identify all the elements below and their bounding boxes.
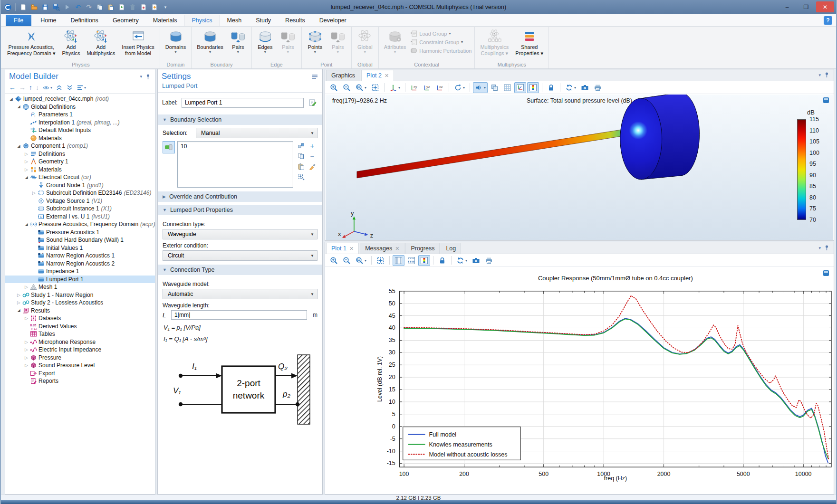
paste-icon[interactable] (106, 2, 115, 12)
tree-item-default-model-inputs[interactable]: Default Model Inputs (5, 126, 155, 134)
back-button[interactable]: ← (9, 84, 16, 91)
tree-item-materials[interactable]: Materials (5, 134, 155, 143)
ribbon-add-physics[interactable]: AddPhysics (59, 28, 84, 57)
collapsed-icon[interactable]: ▷ (23, 167, 29, 172)
node-text-button[interactable]: ▾ (77, 84, 86, 91)
menu-tab-geometry[interactable]: Geometry (106, 15, 146, 26)
menu-tab-developer[interactable]: Developer (312, 15, 354, 26)
ribbon-load-group[interactable]: Load Group▾ (410, 30, 471, 37)
collapsed-icon[interactable]: ▷ (23, 152, 29, 156)
tree-item-tables[interactable]: Tables (5, 330, 155, 338)
tree-item-datasets[interactable]: ▷Datasets (5, 314, 155, 323)
tree-item-subcircuit-definition-ed23146[interactable]: ▷Subcircuit Definition ED23146(ED23146) (5, 189, 155, 197)
pin-icon[interactable] (824, 245, 830, 251)
tree-item-study-1-narrow-region[interactable]: ▷Study 1 - Narrow Region (5, 291, 155, 299)
tree-item-external-i-vs-u-1[interactable]: UExternal I vs. U 1(IvsU1) (5, 213, 155, 221)
reset-node-icon[interactable] (139, 2, 148, 12)
tree-item-ground-node-1[interactable]: Ground Node 1(gnd1) (5, 181, 155, 190)
ribbon-insert-physics-from-model[interactable]: Insert Physicsfrom Model (118, 28, 157, 57)
menu-tab-mesh[interactable]: Mesh (220, 15, 249, 26)
waveguide-model-combo[interactable]: Automatic▼ (163, 289, 317, 299)
collapsed-icon[interactable]: ▷ (16, 293, 22, 297)
pin-icon[interactable] (145, 74, 151, 80)
tree-item-definitions[interactable]: ▷Definitions (5, 150, 155, 158)
lock-button[interactable] (436, 255, 448, 266)
tree-item-impedance-1[interactable]: Impedance 1 (5, 267, 155, 276)
tree-item-parameters-1[interactable]: PiParameters 1 (5, 111, 155, 119)
zoom-extents-button[interactable] (375, 255, 386, 266)
lock-button[interactable] (545, 82, 557, 93)
show-legend-button[interactable] (527, 82, 539, 93)
ribbon-attributes[interactable]: Attributes▾ (381, 28, 409, 55)
collapsed-icon[interactable]: ▷ (23, 363, 29, 368)
x-log-scale-button[interactable] (393, 255, 404, 266)
menu-tab-study[interactable]: Study (249, 15, 278, 26)
tree-item-export[interactable]: Export (5, 370, 155, 378)
close-icon[interactable]: ✕ (349, 246, 354, 252)
view-yz-button[interactable]: yz (421, 82, 433, 93)
zoom-in-button[interactable] (328, 255, 340, 266)
ribbon-pairs[interactable]: Pairs▾ (227, 28, 250, 55)
tree-item-sound-hard-boundary-wall-1[interactable]: Sound Hard Boundary (Wall) 1 (5, 236, 155, 244)
up-button[interactable]: ↑ (29, 84, 32, 91)
tree-item-lumped-receiver-04cc-mph[interactable]: ◢lumped_receiver_04cc.mph(root) (5, 95, 155, 103)
section-connection-type[interactable]: ▼ Connection Type (158, 265, 322, 275)
tree-item-voltage-source-1[interactable]: Voltage Source 1(V1) (5, 197, 155, 205)
menu-tab-materials[interactable]: Materials (146, 15, 184, 26)
ribbon-pressure-acoustics-frequency-domain[interactable]: Pressure Acoustics,Frequency Domain ▾ (4, 28, 59, 57)
tree-item-results[interactable]: ◢Results (5, 307, 155, 315)
forward-button[interactable]: → (19, 84, 26, 91)
menu-tab-definitions[interactable]: Definitions (64, 15, 106, 26)
ribbon-multiphysics-couplings[interactable]: MultiphysicsCouplings ▾ (477, 28, 512, 57)
tree-item-electrical-circuit[interactable]: ◢Electrical Circuit(cir) (5, 173, 155, 181)
overflow-icon[interactable]: ▾ (161, 2, 170, 12)
paste-button[interactable] (297, 162, 305, 171)
show-axes-button[interactable] (514, 82, 526, 93)
expanded-icon[interactable]: ◢ (23, 222, 29, 227)
expanded-icon[interactable]: ◢ (16, 105, 22, 109)
ribbon-boundaries[interactable]: Boundaries▾ (193, 28, 227, 55)
default-view-button[interactable]: ▾ (387, 82, 402, 93)
delete-icon[interactable] (128, 2, 137, 12)
tree-item-microphone-response[interactable]: ▷Microphone Response (5, 338, 155, 346)
ribbon-harmonic-perturbation[interactable]: Harmonic Perturbation (410, 47, 471, 54)
tree-item-component-1[interactable]: ◢Component 1(comp1) (5, 142, 155, 150)
tree-item-derived-values[interactable]: 8.85e-12Derived Values (5, 323, 155, 331)
ribbon-shared-properties[interactable]: SharedProperties ▾ (512, 28, 547, 57)
tree-item-mesh-1[interactable]: ▷Mesh 1 (5, 283, 155, 291)
tab-progress[interactable]: Progress (405, 243, 440, 254)
tree-item-narrow-region-acoustics-1[interactable]: *Narrow Region Acoustics 1 (5, 252, 155, 260)
maximize-button[interactable]: ❐ (797, 1, 815, 12)
update-button[interactable]: ▾ (454, 255, 469, 266)
tree-item-sound-pressure-level[interactable]: ▷Sound Pressure Level (5, 361, 155, 370)
rotate-button[interactable]: ▾ (452, 82, 467, 93)
close-button[interactable]: ✕ (816, 1, 834, 12)
collapsed-icon[interactable]: ▷ (23, 159, 29, 164)
update-button[interactable]: ▾ (563, 82, 578, 93)
print-button[interactable] (483, 255, 495, 266)
tree-item-electric-input-impedance[interactable]: ▷Electric Input Impedance (5, 346, 155, 354)
menu-tab-physics[interactable]: Physics (184, 15, 220, 26)
redo-icon[interactable]: ↷ (84, 2, 94, 12)
down-button[interactable]: ↓ (36, 84, 39, 91)
print-button[interactable] (592, 82, 604, 93)
tree-item-reports[interactable]: Reports (5, 377, 155, 385)
collapsed-icon[interactable]: ▷ (23, 316, 29, 321)
exterior-condition-combo[interactable]: Circuit▼ (163, 250, 317, 261)
tree-item-initial-values-1[interactable]: Initial Values 1 (5, 244, 155, 252)
collapsed-icon[interactable]: ▷ (23, 340, 29, 344)
tree-item-pressure[interactable]: ▷Pressure (5, 354, 155, 362)
selection-link-button[interactable] (297, 141, 305, 150)
collapsed-icon[interactable]: ▷ (23, 355, 29, 360)
expanded-icon[interactable]: ◢ (8, 97, 14, 101)
selection-entry[interactable]: 10 (181, 143, 290, 150)
tree-item-global-definitions[interactable]: ◢Global Definitions (5, 103, 155, 111)
ribbon-domains[interactable]: Domains▾ (162, 28, 189, 55)
ribbon-edges[interactable]: Edges▾ (254, 28, 277, 55)
copy-button[interactable] (297, 152, 305, 160)
expand-all-button[interactable] (66, 84, 73, 91)
show-button[interactable]: ▾ (42, 84, 52, 91)
grid-lines-button[interactable] (405, 255, 417, 266)
copy-icon[interactable] (95, 2, 105, 12)
zoom-selection-button[interactable] (297, 172, 305, 181)
